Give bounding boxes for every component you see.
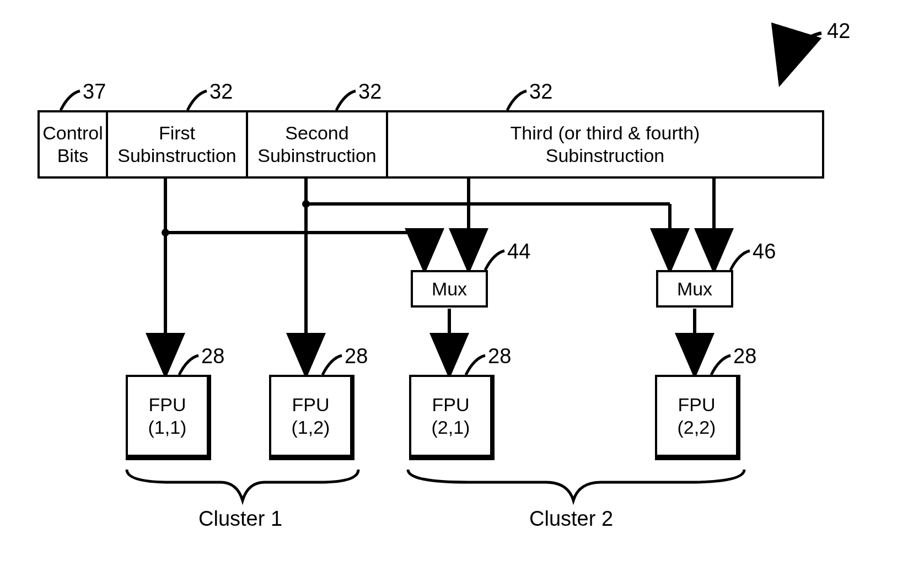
third-sub-line2: Subinstruction [511, 144, 700, 167]
fpu-2-2-coord: (2,2) [678, 416, 716, 439]
fpu-1-2-ref: 28 [345, 344, 368, 368]
mux-right-ref: 46 [753, 240, 776, 263]
fpu-1-2-label: FPU [292, 394, 330, 416]
control-bits-line1: Control [42, 122, 103, 144]
fpu-2-2-label: FPU [678, 394, 716, 416]
fpu-1-1-label: FPU [149, 394, 186, 416]
cluster-2-label: Cluster 2 [529, 507, 613, 531]
second-subinstruction-box: Second Subinstruction [246, 110, 388, 179]
fpu-1-1-coord: (1,1) [148, 416, 187, 439]
first-subinstruction-box: First Subinstruction [106, 110, 248, 179]
third-sub-line1: Third (or third & fourth) [511, 122, 700, 144]
first-sub-line2: Subinstruction [117, 144, 236, 167]
fpu-2-2-box: FPU (2,2) [655, 375, 740, 460]
cluster-1-label: Cluster 1 [198, 507, 282, 531]
second-sub-line2: Subinstruction [257, 144, 376, 167]
third-subinstruction-box: Third (or third & fourth) Subinstruction [386, 110, 824, 179]
fpu-1-1-box: FPU (1,1) [126, 375, 211, 460]
mux-left-box: Mux [411, 270, 488, 308]
fpu-1-1-ref: 28 [201, 344, 224, 368]
third-sub-ref: 32 [529, 80, 552, 104]
fpu-1-2-coord: (1,2) [292, 416, 330, 439]
fpu-2-1-coord: (2,1) [432, 416, 470, 439]
fpu-2-2-ref: 28 [733, 344, 756, 368]
mux-right-label: Mux [677, 278, 712, 300]
control-bits-box: Control Bits [37, 110, 108, 179]
control-bits-ref: 37 [83, 80, 106, 104]
fpu-2-1-label: FPU [432, 394, 470, 416]
first-sub-ref: 32 [209, 80, 233, 104]
diagram-container: 42 Control Bits 37 First Subinstruction … [28, 22, 888, 562]
second-sub-ref: 32 [358, 80, 382, 104]
svg-point-3 [162, 229, 169, 236]
control-bits-line2: Bits [42, 144, 103, 167]
fpu-1-2-box: FPU (1,2) [269, 375, 354, 460]
second-sub-line1: Second [257, 122, 376, 144]
mux-left-ref: 44 [507, 240, 530, 263]
first-sub-line1: First [117, 122, 236, 144]
diagram-ref-label: 42 [827, 19, 850, 43]
mux-right-box: Mux [656, 270, 733, 308]
fpu-2-1-ref: 28 [488, 344, 511, 368]
mux-left-label: Mux [432, 278, 467, 300]
fpu-2-1-box: FPU (2,1) [409, 375, 495, 460]
svg-point-8 [302, 200, 310, 208]
